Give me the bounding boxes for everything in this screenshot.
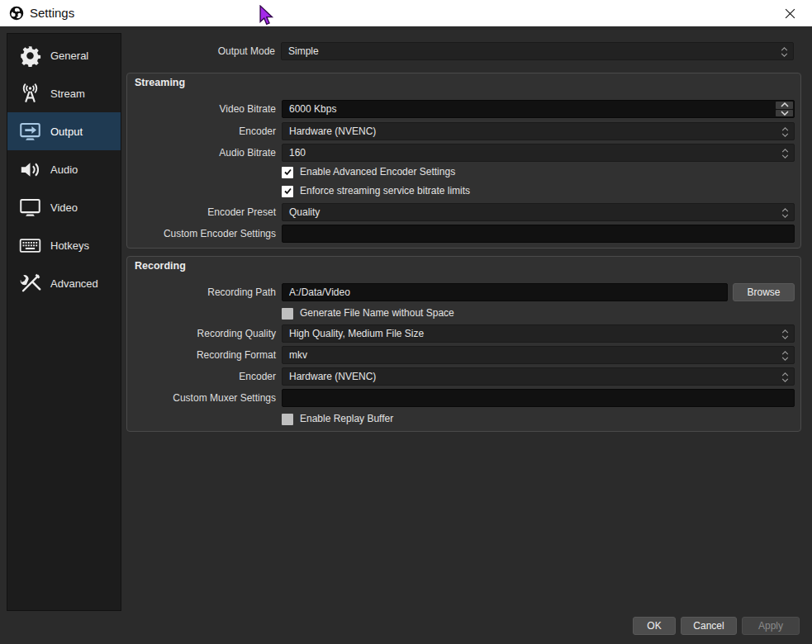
chevron-updown-icon bbox=[780, 125, 790, 139]
apply-button[interactable]: Apply bbox=[742, 617, 800, 635]
recording-format-label: Recording Format bbox=[127, 346, 276, 364]
recording-encoder-label: Encoder bbox=[127, 367, 276, 386]
streaming-group: Streaming Video Bitrate 6000 Kbps Encode… bbox=[126, 73, 801, 249]
browse-button[interactable]: Browse bbox=[733, 283, 795, 301]
custom-muxer-settings-label: Custom Muxer Settings bbox=[127, 389, 276, 407]
encoder-preset-select[interactable]: Quality bbox=[282, 203, 795, 221]
recording-group: Recording Recording Path Browse Generate… bbox=[126, 256, 801, 432]
recording-path-label: Recording Path bbox=[127, 283, 276, 301]
stream-encoder-label: Encoder bbox=[127, 122, 276, 140]
spin-up-button[interactable] bbox=[776, 102, 793, 109]
checkbox-label: Generate File Name without Space bbox=[300, 307, 454, 320]
checkbox-icon[interactable] bbox=[282, 186, 293, 197]
enforce-bitrate-limits-checkbox[interactable]: Enforce streaming service bitrate limits bbox=[282, 185, 470, 197]
recording-encoder-select[interactable]: Hardware (NVENC) bbox=[282, 367, 795, 386]
checkbox-icon[interactable] bbox=[282, 167, 293, 178]
settings-body: General Stream bbox=[0, 26, 812, 644]
chevron-updown-icon bbox=[780, 327, 790, 341]
settings-window: Settings General bbox=[0, 0, 812, 644]
ok-button[interactable]: OK bbox=[633, 617, 676, 635]
chevron-updown-icon bbox=[780, 146, 790, 160]
checkbox-icon[interactable] bbox=[282, 308, 293, 320]
output-mode-select[interactable]: Simple bbox=[281, 42, 794, 60]
video-bitrate-spinbox[interactable]: 6000 Kbps bbox=[282, 100, 795, 118]
custom-muxer-settings-input[interactable] bbox=[282, 389, 795, 407]
custom-encoder-settings-label: Custom Encoder Settings bbox=[127, 225, 276, 243]
checkbox-label: Enable Replay Buffer bbox=[300, 413, 393, 425]
output-mode-row: Output Mode Simple bbox=[126, 42, 801, 60]
checkbox-icon[interactable] bbox=[282, 414, 293, 425]
obs-logo-icon bbox=[9, 6, 24, 21]
close-button[interactable] bbox=[772, 0, 807, 26]
encoder-preset-label: Encoder Preset bbox=[127, 203, 276, 221]
spin-down-button[interactable] bbox=[776, 110, 793, 117]
window-title: Settings bbox=[30, 0, 74, 26]
audio-bitrate-select[interactable]: 160 bbox=[282, 144, 795, 162]
recording-group-title: Recording bbox=[135, 260, 186, 272]
stream-encoder-select[interactable]: Hardware (NVENC) bbox=[282, 122, 795, 140]
audio-bitrate-label: Audio Bitrate bbox=[127, 144, 276, 162]
recording-path-input[interactable] bbox=[282, 283, 728, 301]
chevron-updown-icon bbox=[779, 45, 789, 59]
custom-encoder-settings-input[interactable] bbox=[282, 225, 795, 243]
output-settings-panel: Output Mode Simple Streaming Video Bitra… bbox=[0, 26, 812, 644]
recording-quality-label: Recording Quality bbox=[127, 324, 276, 343]
close-icon bbox=[785, 8, 795, 19]
checkbox-label: Enforce streaming service bitrate limits bbox=[300, 185, 470, 197]
enable-advanced-encoder-checkbox[interactable]: Enable Advanced Encoder Settings bbox=[282, 166, 455, 178]
chevron-updown-icon bbox=[780, 348, 790, 362]
titlebar: Settings bbox=[0, 0, 812, 26]
recording-format-select[interactable]: mkv bbox=[282, 346, 795, 364]
cancel-button[interactable]: Cancel bbox=[681, 617, 737, 635]
filename-without-space-checkbox[interactable]: Generate File Name without Space bbox=[282, 307, 454, 320]
checkbox-label: Enable Advanced Encoder Settings bbox=[300, 166, 455, 178]
streaming-group-title: Streaming bbox=[135, 77, 185, 88]
recording-quality-select[interactable]: High Quality, Medium File Size bbox=[282, 324, 795, 343]
mouse-cursor bbox=[259, 5, 275, 26]
chevron-updown-icon bbox=[780, 206, 790, 220]
enable-replay-buffer-checkbox[interactable]: Enable Replay Buffer bbox=[282, 413, 393, 425]
video-bitrate-label: Video Bitrate bbox=[127, 100, 276, 118]
output-mode-label: Output Mode bbox=[126, 42, 275, 60]
chevron-updown-icon bbox=[780, 370, 790, 384]
